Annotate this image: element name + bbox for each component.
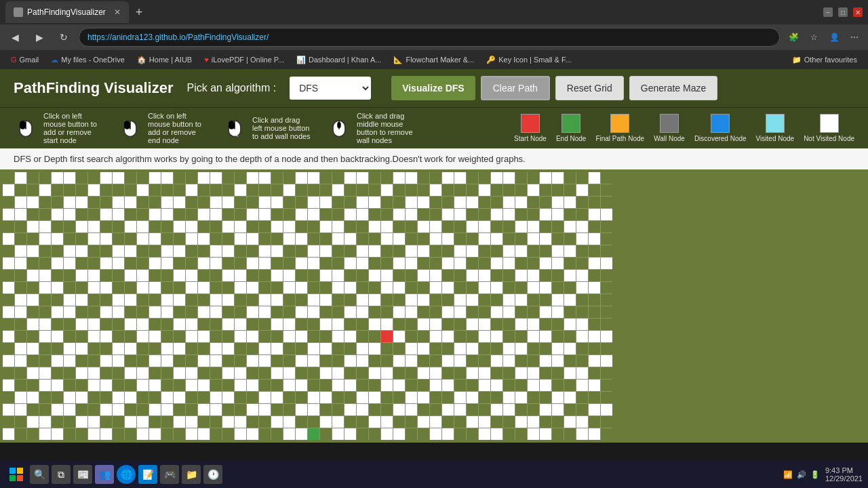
- cell[interactable]: [332, 209, 344, 220]
- cell[interactable]: [125, 404, 136, 415]
- cell[interactable]: [601, 258, 612, 269]
- cell[interactable]: [467, 209, 478, 220]
- cell[interactable]: [320, 282, 332, 293]
- cell[interactable]: [198, 258, 210, 269]
- cell[interactable]: [491, 197, 502, 208]
- cell[interactable]: [174, 258, 185, 269]
- cell[interactable]: [406, 209, 417, 220]
- cell[interactable]: [210, 355, 222, 367]
- cell[interactable]: [454, 343, 466, 354]
- cell[interactable]: [601, 319, 612, 330]
- cell[interactable]: [52, 233, 63, 245]
- cell[interactable]: [296, 367, 307, 379]
- cell[interactable]: [235, 221, 246, 232]
- cell[interactable]: [320, 233, 332, 245]
- cell[interactable]: [540, 245, 551, 257]
- cell[interactable]: [186, 428, 197, 440]
- cell[interactable]: [576, 258, 588, 269]
- cell[interactable]: [589, 209, 600, 220]
- cell[interactable]: [39, 343, 51, 354]
- cell[interactable]: [442, 380, 454, 391]
- vscode-icon[interactable]: 📝: [138, 465, 157, 484]
- cell[interactable]: [210, 221, 222, 232]
- cell[interactable]: [88, 367, 100, 379]
- cell[interactable]: [357, 294, 368, 306]
- cell[interactable]: [125, 245, 136, 257]
- cell[interactable]: [479, 294, 490, 306]
- cell[interactable]: [540, 270, 551, 281]
- cell[interactable]: [161, 355, 173, 367]
- cell[interactable]: [308, 331, 319, 342]
- cell[interactable]: [332, 355, 344, 367]
- cell[interactable]: [125, 184, 136, 196]
- cell[interactable]: [137, 184, 149, 196]
- cell[interactable]: [149, 306, 161, 318]
- cell[interactable]: [369, 331, 380, 342]
- cell[interactable]: [308, 184, 319, 196]
- cell[interactable]: [283, 197, 295, 208]
- cell[interactable]: [283, 428, 295, 440]
- cell[interactable]: [564, 282, 576, 293]
- cell[interactable]: [186, 282, 197, 293]
- cell[interactable]: [503, 380, 515, 391]
- cell[interactable]: [161, 367, 173, 379]
- cell[interactable]: [601, 270, 612, 281]
- cell[interactable]: [3, 258, 14, 269]
- cell[interactable]: [222, 184, 234, 196]
- cell[interactable]: [601, 355, 612, 367]
- cell[interactable]: [308, 172, 319, 184]
- cell[interactable]: [418, 184, 429, 196]
- cell[interactable]: [76, 172, 87, 184]
- cell[interactable]: [393, 319, 405, 330]
- cell[interactable]: [259, 197, 271, 208]
- cell[interactable]: [308, 380, 319, 391]
- cell[interactable]: [76, 233, 87, 245]
- cell[interactable]: [100, 392, 112, 403]
- cell[interactable]: [15, 209, 26, 220]
- cell[interactable]: [344, 404, 356, 415]
- cell[interactable]: [564, 331, 576, 342]
- minimize-button[interactable]: −: [823, 7, 833, 17]
- cell[interactable]: [576, 404, 588, 415]
- cell[interactable]: [88, 209, 100, 220]
- cell[interactable]: [52, 380, 63, 391]
- cell[interactable]: [503, 184, 515, 196]
- cell[interactable]: [52, 392, 63, 403]
- cell[interactable]: [564, 428, 576, 440]
- cell[interactable]: [393, 331, 405, 342]
- cell[interactable]: [552, 404, 564, 415]
- cell[interactable]: [418, 428, 429, 440]
- cell[interactable]: [467, 380, 478, 391]
- cell[interactable]: [381, 233, 393, 245]
- cell[interactable]: [503, 392, 515, 403]
- cell[interactable]: [430, 172, 441, 184]
- cell[interactable]: [39, 392, 51, 403]
- address-bar[interactable]: https://anindra123.github.io/PathFinding…: [79, 28, 780, 47]
- cell[interactable]: [3, 306, 14, 318]
- maximize-button[interactable]: □: [838, 7, 848, 17]
- cell[interactable]: [430, 392, 441, 403]
- cell[interactable]: [332, 270, 344, 281]
- cell[interactable]: [320, 306, 332, 318]
- refresh-button[interactable]: ↻: [54, 28, 73, 47]
- cell[interactable]: [52, 258, 63, 269]
- cell[interactable]: [540, 428, 551, 440]
- cell[interactable]: [64, 197, 75, 208]
- cell[interactable]: [271, 355, 283, 367]
- cell[interactable]: [381, 331, 393, 342]
- cell[interactable]: [503, 270, 515, 281]
- cell[interactable]: [198, 380, 210, 391]
- cell[interactable]: [369, 209, 380, 220]
- cell[interactable]: [442, 221, 454, 232]
- cell[interactable]: [357, 184, 368, 196]
- cell[interactable]: [564, 270, 576, 281]
- cell[interactable]: [320, 355, 332, 367]
- cell[interactable]: [186, 355, 197, 367]
- cell[interactable]: [430, 245, 441, 257]
- cell[interactable]: [125, 221, 136, 232]
- cell[interactable]: [222, 367, 234, 379]
- cell[interactable]: [503, 404, 515, 415]
- cell[interactable]: [247, 392, 258, 403]
- cell[interactable]: [100, 233, 112, 245]
- cell[interactable]: [161, 172, 173, 184]
